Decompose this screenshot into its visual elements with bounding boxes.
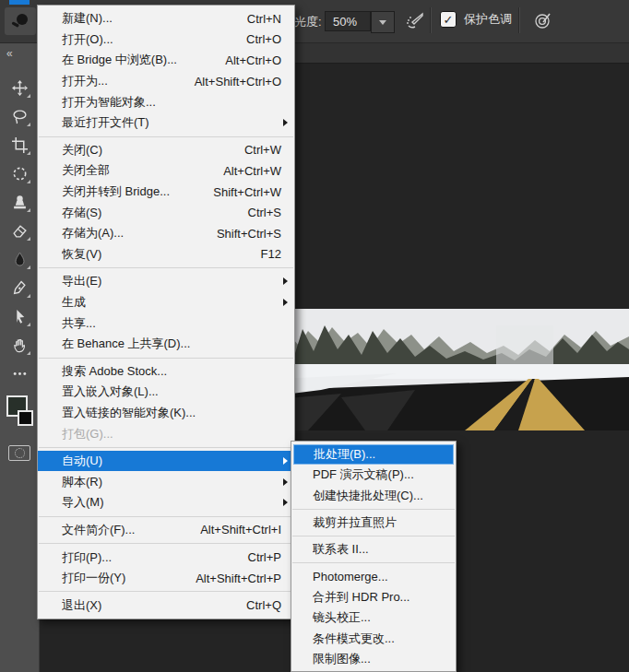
menu-separator bbox=[292, 536, 455, 536]
file-menu-item[interactable]: 文件简介(F)...Alt+Shift+Ctrl+I bbox=[38, 520, 294, 541]
menu-item-label: 打开(O)... bbox=[62, 31, 230, 48]
hand-icon bbox=[12, 337, 28, 353]
move-tool[interactable] bbox=[6, 74, 33, 102]
menu-item-label: 创建快捷批处理(C)... bbox=[313, 488, 446, 504]
menu-item-label: 镜头校正... bbox=[313, 609, 446, 626]
menu-item-label: Photomerge... bbox=[313, 570, 446, 584]
exposure-dropdown-button[interactable] bbox=[371, 11, 395, 33]
file-menu-item[interactable]: 打包(G)... bbox=[38, 423, 294, 444]
file-menu-item[interactable]: 自动(U) bbox=[38, 451, 294, 472]
file-menu-item[interactable]: 生成 bbox=[38, 292, 294, 313]
menu-item-label: 存储为(A)... bbox=[62, 225, 200, 242]
clone-stamp-tool[interactable] bbox=[6, 188, 33, 217]
menu-item-shortcut: Alt+Shift+Ctrl+O bbox=[195, 75, 281, 88]
quick-mask-button[interactable] bbox=[8, 445, 30, 461]
file-menu-item[interactable]: 打开为...Alt+Shift+Ctrl+O bbox=[38, 71, 294, 92]
file-menu-item[interactable]: 打印一份(Y)Alt+Shift+Ctrl+P bbox=[38, 568, 294, 589]
background-color-swatch[interactable] bbox=[18, 410, 33, 426]
menu-item-label: 恢复(V) bbox=[62, 246, 244, 263]
menu-item-label: 自动(U) bbox=[62, 453, 281, 469]
menu-item-label: 生成 bbox=[62, 294, 281, 311]
automate-submenu-item[interactable]: Photomerge... bbox=[291, 566, 456, 586]
menu-item-shortcut: Alt+Ctrl+O bbox=[225, 53, 281, 67]
automate-submenu-item[interactable]: PDF 演示文稿(P)... bbox=[291, 465, 456, 485]
lasso-icon bbox=[12, 109, 28, 124]
menu-separator bbox=[39, 358, 293, 359]
blur-tool[interactable] bbox=[6, 245, 33, 274]
exposure-value-field[interactable]: 50% bbox=[325, 11, 371, 31]
menu-separator bbox=[39, 267, 293, 268]
file-menu-item[interactable]: 关闭全部Alt+Ctrl+W bbox=[38, 160, 294, 182]
menu-separator bbox=[39, 591, 293, 592]
tool-preset-picker[interactable] bbox=[5, 7, 36, 35]
file-menu-item[interactable]: 导入(M) bbox=[38, 492, 294, 513]
pen-tool[interactable] bbox=[6, 274, 33, 302]
automate-submenu-item[interactable]: 条件模式更改... bbox=[291, 628, 456, 648]
clone-stamp-icon bbox=[12, 195, 28, 210]
menu-item-label: 打开为... bbox=[62, 73, 178, 89]
file-menu-item[interactable]: 置入链接的智能对象(K)... bbox=[38, 403, 294, 424]
automate-submenu-item[interactable]: 裁剪并拉直照片 bbox=[291, 513, 456, 533]
file-menu-item[interactable]: 关闭(C)Ctrl+W bbox=[38, 140, 294, 161]
crop-icon bbox=[12, 137, 28, 153]
file-menu-item[interactable]: 新建(N)...Ctrl+N bbox=[38, 8, 294, 29]
eraser-icon bbox=[12, 223, 28, 239]
menu-item-label: 文件简介(F)... bbox=[62, 522, 184, 538]
file-menu-item[interactable]: 置入嵌入对象(L)... bbox=[38, 382, 294, 403]
file-menu-item[interactable]: 最近打开文件(T) bbox=[38, 112, 294, 134]
file-menu-item[interactable]: 打印(P)...Ctrl+P bbox=[38, 547, 294, 568]
automate-submenu-item[interactable]: 镜头校正... bbox=[291, 607, 456, 628]
automate-submenu-item[interactable]: 联系表 II... bbox=[291, 539, 456, 560]
crop-tool[interactable] bbox=[6, 131, 33, 159]
menu-item-shortcut: Alt+Ctrl+W bbox=[223, 164, 281, 178]
automate-submenu-item[interactable]: 合并到 HDR Pro... bbox=[291, 587, 456, 607]
file-menu-item[interactable]: 在 Bridge 中浏览(B)...Alt+Ctrl+O bbox=[38, 50, 294, 71]
menu-item-shortcut: Ctrl+S bbox=[248, 206, 281, 219]
menu-item-label: 置入嵌入对象(L)... bbox=[62, 383, 281, 400]
file-menu-item[interactable]: 共享... bbox=[38, 312, 294, 334]
color-swatches[interactable] bbox=[6, 394, 33, 438]
menu-item-shortcut: F12 bbox=[261, 247, 281, 261]
airbrush-toggle[interactable] bbox=[403, 10, 427, 32]
file-menu-item[interactable]: 恢复(V)F12 bbox=[38, 244, 294, 265]
menu-item-shortcut: Alt+Shift+Ctrl+P bbox=[196, 572, 281, 585]
lasso-tool[interactable] bbox=[6, 102, 33, 131]
more-tools-button[interactable] bbox=[6, 360, 33, 388]
menu-item-label: 退出(X) bbox=[62, 597, 230, 614]
menu-item-shortcut: Ctrl+Q bbox=[246, 598, 281, 612]
menu-item-label: 最近打开文件(T) bbox=[62, 114, 281, 131]
file-menu-item[interactable]: 退出(X)Ctrl+Q bbox=[38, 595, 294, 616]
file-menu-item[interactable]: 存储为(A)...Shift+Ctrl+S bbox=[38, 223, 294, 244]
brush-pressure-toggle[interactable] bbox=[531, 10, 555, 32]
blur-drop-icon bbox=[12, 252, 28, 267]
file-menu-item[interactable]: 搜索 Adobe Stock... bbox=[38, 361, 294, 383]
menu-item-label: 在 Behance 上共享(D)... bbox=[62, 336, 281, 352]
menu-separator bbox=[292, 562, 455, 563]
file-menu-item[interactable]: 在 Behance 上共享(D)... bbox=[38, 334, 294, 355]
menu-item-shortcut: Shift+Ctrl+W bbox=[213, 185, 281, 199]
file-menu-item[interactable]: 脚本(R) bbox=[38, 471, 294, 492]
file-menu-item[interactable]: 打开(O)...Ctrl+O bbox=[38, 29, 294, 51]
file-menu-item[interactable]: 导出(E) bbox=[38, 271, 294, 292]
menu-item-label: 打开为智能对象... bbox=[62, 94, 281, 111]
file-menu-item[interactable]: 关闭并转到 Bridge...Shift+Ctrl+W bbox=[38, 182, 294, 203]
protect-tones-checkbox[interactable]: ✓ bbox=[440, 11, 457, 28]
brush-pressure-icon bbox=[533, 12, 553, 30]
path-select-tool[interactable] bbox=[6, 302, 33, 331]
automate-submenu-item[interactable]: 限制图像... bbox=[291, 649, 456, 669]
file-menubar-highlight[interactable] bbox=[9, 0, 30, 5]
selection-icon bbox=[12, 166, 28, 182]
file-menu-item[interactable]: 存储(S)Ctrl+S bbox=[38, 202, 294, 223]
hand-tool[interactable] bbox=[6, 331, 33, 360]
automate-submenu-item[interactable]: 批处理(B)... bbox=[293, 444, 454, 465]
quick-mask-icon bbox=[15, 448, 25, 458]
menu-item-label: 在 Bridge 中浏览(B)... bbox=[62, 52, 208, 68]
submenu-arrow-icon bbox=[283, 457, 288, 465]
collapse-panel-button[interactable]: « bbox=[0, 42, 39, 60]
eraser-tool[interactable] bbox=[6, 217, 33, 245]
submenu-arrow-icon bbox=[283, 119, 288, 126]
file-menu-item[interactable]: 打开为智能对象... bbox=[38, 91, 294, 112]
chevron-down-icon bbox=[379, 20, 386, 25]
selection-tool[interactable] bbox=[6, 159, 33, 188]
automate-submenu-item[interactable]: 创建快捷批处理(C)... bbox=[291, 486, 456, 506]
